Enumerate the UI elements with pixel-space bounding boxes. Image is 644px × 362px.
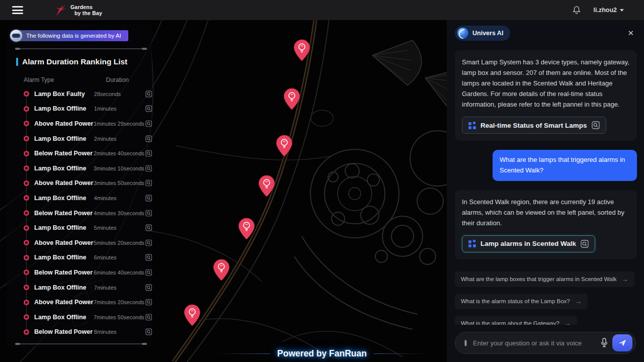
alarm-status-ring-icon	[24, 240, 29, 245]
alarm-duration: 2minutes	[94, 136, 144, 142]
dashboard-grid-icon	[468, 122, 476, 129]
assistant-identity-pill: Univers AI	[455, 26, 510, 41]
alarm-status-ring-icon	[24, 106, 29, 112]
row-magnifier-icon[interactable]	[145, 328, 152, 335]
alarm-row: Above Rated Power 5minutes 20seconds	[24, 235, 152, 250]
lamp-alarms-button[interactable]: Lamp alarms in Scented Walk	[462, 235, 595, 252]
alarm-duration: 1minutes	[94, 106, 144, 112]
alarm-row: Above Rated Power 3minutes 50seconds	[24, 176, 152, 191]
notification-bell-icon[interactable]	[572, 6, 581, 15]
chat-header: Univers AI ✕	[455, 24, 637, 42]
panel-title-row: Alarm Duration Ranking List	[16, 57, 152, 66]
ai-data-banner: The following data is generated by AI	[10, 29, 152, 42]
map-alarm-pin[interactable]	[213, 259, 230, 281]
table-column-headers: Alarm Type Duration	[24, 76, 152, 83]
chat-message-list[interactable]: Smart Lamp System has 3 device types, na…	[455, 50, 637, 325]
alarm-status-ring-icon	[24, 285, 29, 290]
alarm-type: Below Rated Power	[34, 269, 94, 276]
row-magnifier-icon[interactable]	[145, 284, 152, 291]
alarm-status-ring-icon	[24, 180, 29, 186]
map-alarm-pin[interactable]	[238, 218, 255, 240]
row-magnifier-icon[interactable]	[145, 254, 152, 261]
alarm-type: Lamp Box Offline	[34, 314, 94, 321]
row-magnifier-icon[interactable]	[145, 150, 152, 157]
microphone-icon[interactable]	[600, 338, 608, 348]
powered-by-text: Powered by FanRuan	[277, 348, 367, 359]
alarm-duration: 3minutes 10seconds	[94, 165, 144, 171]
row-magnifier-icon[interactable]	[145, 269, 152, 276]
map-alarm-pin[interactable]	[276, 135, 293, 157]
realtime-status-button[interactable]: Real-time Status of Smart Lamps	[462, 117, 606, 134]
column-alarm-type: Alarm Type	[24, 76, 54, 83]
suggestion-2[interactable]: What is the alarm status of the Lamp Box…	[455, 294, 588, 309]
alarm-row: Below Rated Power 4minutes 30seconds	[24, 206, 152, 221]
row-magnifier-icon[interactable]	[145, 239, 152, 246]
alarm-duration: 8minutes	[94, 329, 144, 335]
row-magnifier-icon[interactable]	[145, 299, 152, 306]
alarm-duration: 7minutes 20seconds	[94, 299, 144, 305]
alarm-type: Above Rated Power	[34, 179, 94, 187]
map-alarm-pin[interactable]	[293, 39, 310, 61]
suggestion-3[interactable]: What is the alarm about the Gateway? →	[455, 316, 577, 325]
assistant-message-1: Smart Lamp System has 3 device types, na…	[455, 50, 637, 141]
alarm-status-ring-icon	[24, 255, 29, 260]
row-magnifier-icon[interactable]	[145, 179, 152, 187]
alarm-row: Above Rated Power 7minutes 20seconds	[24, 295, 152, 310]
footer-line-left	[217, 353, 270, 354]
alarm-type: Lamp Box Offline	[34, 254, 94, 261]
suggestion-1-label: What are the lamp boxes that trigger ala…	[461, 276, 617, 282]
divider-top	[17, 48, 145, 49]
alarm-type: Lamp Box Offline	[34, 105, 94, 112]
alarm-type: Above Rated Power	[34, 299, 94, 306]
user-account-menu[interactable]: li.zhou2	[593, 7, 624, 14]
row-magnifier-icon[interactable]	[145, 135, 152, 142]
alarm-duration: 2minutes 40seconds	[94, 150, 144, 156]
suggestion-3-label: What is the alarm about the Gateway?	[461, 320, 559, 325]
row-magnifier-icon[interactable]	[145, 195, 152, 202]
alarm-type: Lamp Box Faulty	[34, 90, 94, 98]
pen-icon	[462, 339, 469, 347]
alarm-status-ring-icon	[24, 225, 29, 231]
send-button[interactable]	[612, 334, 632, 351]
dashboard-grid-icon	[468, 240, 476, 247]
alarm-status-ring-icon	[24, 151, 29, 156]
realtime-status-button-label: Real-time Status of Smart Lamps	[480, 122, 587, 129]
alarm-row: Lamp Box Offline 7minutes	[24, 280, 152, 295]
alarm-status-ring-icon	[24, 165, 29, 171]
map-alarm-pin[interactable]	[283, 88, 300, 110]
close-icon[interactable]: ✕	[627, 29, 634, 38]
alarm-duration: 4minutes	[94, 195, 144, 201]
map-alarm-pin[interactable]	[184, 304, 201, 326]
alarm-duration: 1minutes 29seconds	[94, 121, 144, 127]
alarm-row: Lamp Box Offline 1minutes	[24, 102, 152, 117]
hamburger-menu-icon[interactable]	[12, 6, 23, 14]
row-magnifier-icon[interactable]	[145, 90, 152, 98]
alarm-type: Below Rated Power	[34, 210, 94, 217]
alarm-type: Below Rated Power	[34, 150, 94, 157]
alarm-row: Below Rated Power 8minutes	[24, 325, 152, 340]
top-navigation-bar: Gardens by the Bay li.zhou2	[0, 0, 644, 20]
row-magnifier-icon[interactable]	[145, 105, 152, 112]
row-magnifier-icon[interactable]	[145, 224, 152, 231]
map-alarm-pin[interactable]	[258, 175, 275, 197]
alarm-row: Lamp Box Offline 4minutes	[24, 191, 152, 206]
alarm-type: Lamp Box Offline	[34, 284, 94, 291]
user-message: What are the lamps that triggered alarms…	[493, 150, 637, 181]
app-root: Gardens by the Bay li.zhou2	[0, 0, 644, 362]
alarm-row: Lamp Box Offline 6minutes	[24, 250, 152, 265]
powered-by-footer: Powered by FanRuan	[217, 348, 427, 359]
ai-robot-icon	[10, 30, 22, 42]
alarm-duration: 6minutes 40seconds	[94, 269, 144, 276]
alarm-duration: 5minutes 20seconds	[94, 240, 144, 246]
row-magnifier-icon[interactable]	[145, 314, 152, 321]
row-magnifier-icon[interactable]	[145, 165, 152, 172]
suggestion-1[interactable]: What are the lamp boxes that trigger ala…	[455, 272, 634, 287]
column-duration: Duration	[106, 76, 128, 83]
question-input[interactable]	[473, 339, 596, 347]
univers-ai-avatar	[457, 28, 468, 39]
alarm-duration: 7minutes 50seconds	[94, 314, 144, 320]
row-magnifier-icon[interactable]	[145, 120, 152, 127]
assistant-message-2-text: In Scented Walk region, there are curren…	[462, 197, 630, 228]
alarm-status-ring-icon	[24, 136, 29, 141]
row-magnifier-icon[interactable]	[145, 210, 152, 217]
